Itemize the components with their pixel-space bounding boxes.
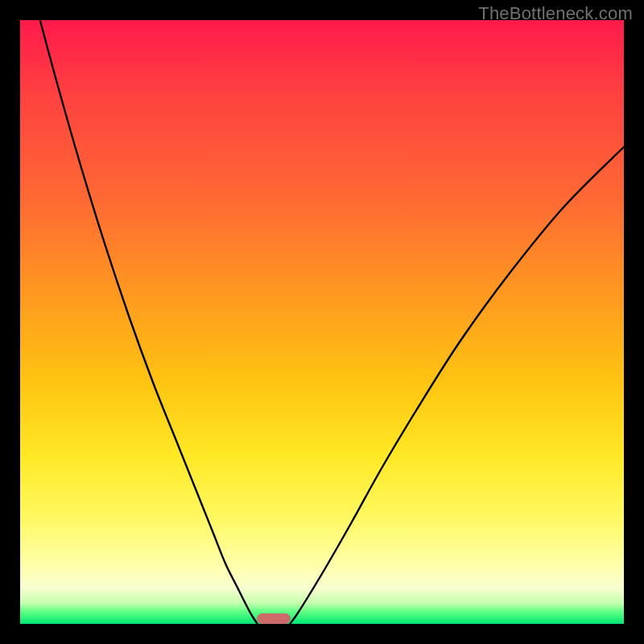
watermark-text: TheBottleneck.com	[478, 3, 633, 24]
curve-right-branch	[290, 147, 624, 625]
plot-area	[20, 20, 624, 624]
bottleneck-curve	[20, 20, 624, 624]
minimum-marker	[257, 613, 291, 625]
curve-left-branch	[40, 20, 258, 624]
outer-frame: TheBottleneck.com	[0, 0, 644, 644]
